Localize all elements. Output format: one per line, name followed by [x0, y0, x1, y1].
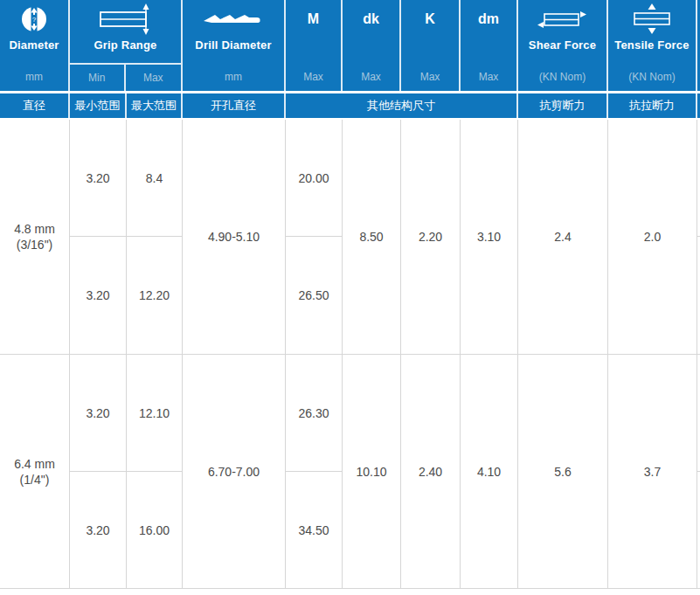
- zh-grip-max: 最大范围: [127, 93, 183, 118]
- header-diameter-title: Diameter: [0, 38, 68, 63]
- header-dm: dm Max: [461, 0, 518, 91]
- tensile-force-cell: 2.0: [608, 120, 697, 355]
- grip-max-cell: 12.20: [127, 237, 183, 355]
- header-m-sub: Max: [286, 63, 341, 91]
- tensile-force-icon: [608, 0, 696, 38]
- grip-min-cell: 3.20: [70, 237, 127, 355]
- dm-cell: 3.10: [461, 120, 518, 355]
- header-tensile-unit: (KN Nom): [608, 63, 696, 91]
- header-grip-max-label: Max: [126, 65, 182, 91]
- grip-min-cell: 3.20: [70, 355, 127, 472]
- dk-cell: 8.50: [343, 120, 401, 355]
- header-k: K Max: [401, 0, 461, 91]
- zh-drill: 开孔直径: [183, 93, 286, 118]
- diameter-inch: (1/4"): [20, 472, 50, 488]
- header-k-letter: K: [401, 0, 459, 38]
- dk-cell: 10.10: [343, 355, 401, 589]
- header-dk-letter: dk: [343, 0, 399, 38]
- dm-cell: 4.10: [461, 355, 518, 589]
- shear-force-cell: 5.6: [518, 355, 608, 589]
- header-k-sub: Max: [401, 63, 459, 91]
- zh-shear: 抗剪断力: [518, 93, 608, 118]
- header-shear-title: Shear Force: [518, 38, 606, 63]
- header-grip-range: Grip Range Min Max: [70, 0, 183, 91]
- m-cell: 34.50: [286, 472, 343, 589]
- grip-min-cell: 3.20: [70, 472, 127, 589]
- header-diameter: ? Diameter mm: [0, 0, 70, 91]
- header-shear-force: Shear Force (KN Nom): [518, 0, 608, 91]
- header-drill-unit: mm: [183, 63, 284, 91]
- shear-force-cell: 2.4: [518, 120, 608, 355]
- grip-max-cell: 8.4: [127, 120, 183, 237]
- header-tensile-title: Tensile Force: [608, 38, 696, 63]
- header-grip-title: Grip Range: [70, 38, 181, 63]
- table-header-zh: 直径 最小范围 最大范围 开孔直径 其他结构尺寸 抗剪断力 抗拉断力: [0, 93, 700, 118]
- m-cell: 26.30: [286, 355, 343, 472]
- header-diameter-unit: mm: [0, 63, 68, 91]
- diameter-cell: 4.8 mm (3/16"): [0, 120, 70, 355]
- header-dk: dk Max: [343, 0, 401, 91]
- drill-diameter-cell: 6.70-7.00: [183, 355, 286, 589]
- m-cell: 26.50: [286, 237, 343, 355]
- diameter-size: 6.4 mm: [14, 456, 55, 472]
- zh-other-dims: 其他结构尺寸: [286, 93, 518, 118]
- grip-max-cell: 12.10: [127, 355, 183, 472]
- header-dm-letter: dm: [461, 0, 516, 38]
- k-cell: 2.20: [401, 120, 461, 355]
- drill-bit-icon: [183, 0, 284, 38]
- grip-range-icon: [70, 0, 181, 38]
- svg-text:?: ?: [32, 16, 37, 24]
- header-m: M Max: [286, 0, 343, 91]
- table-body: 4.8 mm (3/16") 3.20 8.4 4.90-5.10 20.00 …: [0, 120, 700, 589]
- drill-diameter-cell: 4.90-5.10: [183, 120, 286, 355]
- k-cell: 2.40: [401, 355, 461, 589]
- header-m-letter: M: [286, 0, 341, 38]
- tensile-force-cell: 3.7: [608, 355, 697, 589]
- diameter-size: 4.8 mm: [14, 221, 55, 237]
- grip-min-cell: 3.20: [70, 120, 127, 237]
- header-tensile-force: Tensile Force (KN Nom): [608, 0, 697, 91]
- rivet-spec-table: ? Diameter mm Grip: [0, 0, 700, 595]
- zh-tensile: 抗拉断力: [608, 93, 697, 118]
- header-grip-min-label: Min: [70, 65, 126, 91]
- shear-force-icon: [518, 0, 606, 38]
- zh-diameter: 直径: [0, 93, 70, 118]
- table-header-en: ? Diameter mm Grip: [0, 0, 700, 91]
- diameter-inch: (3/16"): [17, 237, 53, 253]
- zh-grip-min: 最小范围: [70, 93, 127, 118]
- header-shear-unit: (KN Nom): [518, 63, 606, 91]
- header-dm-sub: Max: [461, 63, 516, 91]
- header-dk-sub: Max: [343, 63, 399, 91]
- m-cell: 20.00: [286, 120, 343, 237]
- header-drill-title: Drill Diameter: [183, 38, 284, 63]
- grip-max-cell: 16.00: [127, 472, 183, 589]
- diameter-cell: 6.4 mm (1/4"): [0, 355, 70, 589]
- header-drill-diameter: Drill Diameter mm: [183, 0, 286, 91]
- diameter-icon: ?: [0, 0, 68, 38]
